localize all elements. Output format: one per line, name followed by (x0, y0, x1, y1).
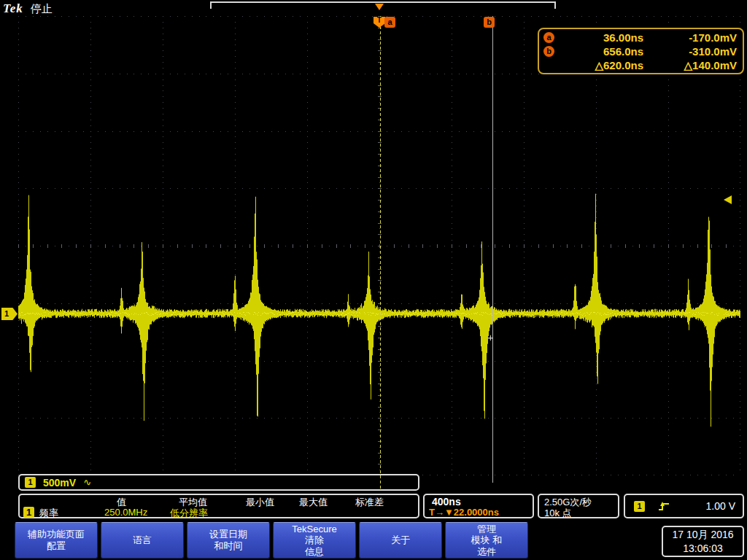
measurement-bar: 值 平均值 最小值 最大值 标准差 1 频率 250.0MHz 低分辨率 (18, 494, 419, 518)
trigger-position-value: 22.0000ns (454, 507, 499, 518)
cursor-a-readout-row: a 36.00ns -170.0mV (543, 31, 737, 44)
timebase-readout[interactable]: 400ns T→▼22.0000ns (423, 494, 534, 518)
record-length: 10k 点 (544, 507, 572, 520)
menu-button-utility-config[interactable]: 辅助功能页面 配置 (15, 522, 98, 559)
menu-button-about[interactable]: 关于 (359, 522, 442, 559)
tek-logo: Tek (3, 1, 23, 16)
rising-edge-icon (658, 501, 670, 511)
cursor-a-badge[interactable]: a (384, 17, 395, 28)
time-text: 13:06:03 (683, 542, 723, 555)
trigger-source-badge: 1 (634, 501, 645, 512)
channel-1-coupling-icon: ∿ (83, 477, 91, 488)
cursor-a-time: 36.00ns (554, 31, 643, 44)
acquisition-readout: 2.50G次/秒 10k 点 (538, 494, 619, 518)
menu-button-set-date-time[interactable]: 设置日期 和时间 (187, 522, 270, 559)
cursor-b-cross-icon: + (487, 331, 494, 343)
acquisition-status: 停止 (31, 2, 53, 16)
cursor-b-line[interactable] (492, 16, 493, 483)
cursor-b-readout-badge: b (543, 46, 554, 57)
measurement-header-max: 最大值 (299, 496, 328, 509)
measurement-value: 250.0MHz (104, 507, 147, 518)
cursor-delta-voltage: △140.0mV (643, 59, 737, 72)
cursor-delta-time: △620.0ns (554, 59, 643, 72)
channel-1-scale: 500mV (43, 477, 76, 489)
cursor-delta-row: △620.0ns △140.0mV (543, 58, 737, 72)
cursor-b-voltage: -310.0mV (643, 45, 737, 58)
measurement-name: 频率 (39, 507, 58, 520)
date-text: 17 10月 2016 (672, 528, 733, 541)
channel-1-badge: 1 (25, 477, 36, 488)
cursor-b-readout-row: b 656.0ns -310.0mV (543, 44, 737, 58)
measurement-header-stddev: 标准差 (355, 496, 384, 509)
cursor-a-voltage: -170.0mV (643, 31, 737, 44)
timebase-scale: 400ns (432, 496, 461, 508)
trigger-position-glyph-icon: T→▼ (429, 507, 454, 518)
trigger-position-pointer-icon[interactable] (375, 4, 384, 10)
cursor-a-readout-badge: a (543, 32, 554, 43)
waveform-display (18, 16, 740, 475)
trigger-level-arrow-icon[interactable] (724, 195, 732, 204)
cursor-readout-panel: a 36.00ns -170.0mV b 656.0ns -310.0mV △6… (538, 28, 744, 74)
measurement-header-min: 最小值 (246, 496, 274, 509)
menu-button-language[interactable]: 语言 (101, 522, 184, 559)
channel-1-readout-bar[interactable]: 1 500mV ∿ (18, 474, 419, 491)
cursor-a-line[interactable] (380, 16, 381, 490)
menu-button-manage-modules[interactable]: 管理 模块 和 选件 (445, 522, 528, 559)
cursor-b-time: 656.0ns (554, 45, 643, 58)
cursor-b-badge[interactable]: b (484, 17, 495, 28)
trigger-readout[interactable]: 1 1.00 V (624, 494, 744, 518)
measurement-channel-badge: 1 (23, 507, 34, 518)
datetime-display: 17 10月 2016 13:06:03 (662, 526, 744, 557)
trigger-position-readout: T→▼22.0000ns (429, 507, 499, 518)
menu-button-teksecure[interactable]: TekSecure 清除 信息 (273, 522, 356, 559)
trigger-level-value: 1.00 V (670, 500, 735, 512)
measurement-qualifier: 低分辨率 (170, 507, 208, 520)
channel-1-ground-marker[interactable]: 1 (1, 308, 18, 320)
